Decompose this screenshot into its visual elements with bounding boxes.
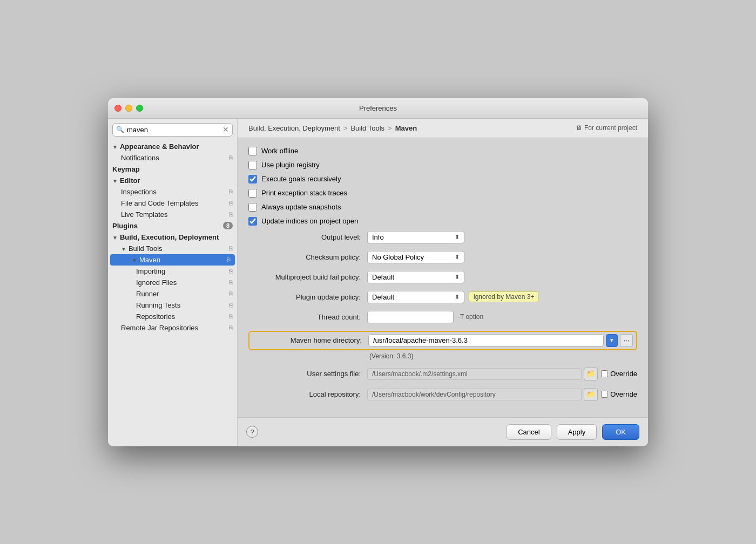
main-panel: Build, Execution, Deployment > Build Too… bbox=[238, 119, 648, 446]
update-indices-checkbox[interactable] bbox=[248, 217, 257, 226]
sidebar-item-notifications[interactable]: Notifications ⎘ bbox=[108, 152, 237, 164]
plugin-update-row: Plugin update policy: Default ⬍ ignored … bbox=[248, 291, 637, 303]
thread-count-input[interactable] bbox=[367, 311, 454, 323]
print-exception-checkbox[interactable] bbox=[248, 189, 257, 198]
search-box: 🔍 ✕ bbox=[112, 123, 233, 137]
doc-icon: ⎘ bbox=[229, 302, 233, 308]
checksum-policy-control: No Global Policy ⬍ bbox=[367, 251, 637, 263]
local-repo-override-label: Override bbox=[610, 390, 637, 398]
doc-icon: ⎘ bbox=[229, 313, 233, 319]
sidebar-item-appearance[interactable]: ▼Appearance & Behavior bbox=[108, 141, 237, 152]
settings-content: Work offline Use plugin registry Execute… bbox=[238, 138, 648, 417]
breadcrumb: Build, Execution, Deployment > Build Too… bbox=[248, 124, 417, 132]
execute-goals-checkbox[interactable] bbox=[248, 175, 257, 183]
maximize-button[interactable] bbox=[136, 105, 143, 112]
close-button[interactable] bbox=[114, 105, 122, 112]
breadcrumb-part2: Build Tools bbox=[350, 124, 384, 132]
main-content: 🔍 ✕ ▼Appearance & Behavior Notifications… bbox=[108, 119, 648, 446]
breadcrumb-part1: Build, Execution, Deployment bbox=[248, 124, 340, 132]
sidebar-item-build-tools[interactable]: ▼Build Tools ⎘ bbox=[108, 243, 237, 254]
folder-icon: 📁 bbox=[586, 370, 595, 378]
multiproject-build-control: Default ⬍ bbox=[367, 271, 637, 283]
multiproject-build-label: Multiproject build fail policy: bbox=[248, 273, 367, 281]
output-level-row: Output level: Info ⬍ bbox=[248, 231, 637, 243]
sidebar-item-running-tests[interactable]: Running Tests ⎘ bbox=[108, 300, 237, 311]
maven-home-input[interactable] bbox=[368, 334, 604, 346]
checksum-policy-select[interactable]: No Global Policy ⬍ bbox=[367, 251, 464, 263]
sidebar-item-build-exec-deploy[interactable]: ▼Build, Execution, Deployment bbox=[108, 232, 237, 243]
local-repo-input[interactable] bbox=[367, 389, 582, 400]
expand-icon: ▼ bbox=[112, 178, 118, 184]
output-level-label: Output level: bbox=[248, 233, 367, 241]
maven-home-input-wrap: ▾ ··· bbox=[368, 334, 633, 347]
help-button[interactable]: ? bbox=[246, 426, 258, 438]
sidebar-item-editor[interactable]: ▼Editor bbox=[108, 175, 237, 186]
search-input[interactable] bbox=[112, 123, 233, 137]
sidebar-item-live-templates[interactable]: Live Templates ⎘ bbox=[108, 209, 237, 220]
bottom-bar: ? Cancel Apply OK bbox=[238, 417, 648, 446]
thread-count-control: -T option bbox=[367, 311, 637, 323]
doc-icon: ⎘ bbox=[227, 256, 231, 263]
plugin-update-select[interactable]: Default ⬍ bbox=[367, 291, 464, 303]
traffic-lights bbox=[114, 105, 143, 112]
apply-button[interactable]: Apply bbox=[557, 424, 597, 440]
checkbox-execute-goals: Execute goals recursively bbox=[248, 175, 637, 183]
cancel-button[interactable]: Cancel bbox=[507, 424, 551, 440]
work-offline-checkbox[interactable] bbox=[248, 147, 257, 155]
doc-icon: ⎘ bbox=[229, 200, 233, 206]
sidebar-item-maven[interactable]: ▼Maven ⎘ bbox=[110, 254, 235, 266]
doc-icon: ⎘ bbox=[229, 188, 233, 195]
sidebar-item-remote-jar-repos[interactable]: Remote Jar Repositories ⎘ bbox=[108, 322, 237, 334]
local-repo-folder-btn[interactable]: 📁 bbox=[584, 388, 598, 401]
for-current-project: 🖥 For current project bbox=[576, 124, 637, 132]
checkbox-use-plugin-registry: Use plugin registry bbox=[248, 161, 637, 169]
checksum-policy-row: Checksum policy: No Global Policy ⬍ bbox=[248, 251, 637, 263]
always-update-label: Always update snapshots bbox=[261, 203, 341, 211]
breadcrumb-part3: Maven bbox=[395, 124, 417, 132]
sidebar-item-keymap[interactable]: Keymap bbox=[108, 164, 237, 175]
output-level-select[interactable]: Info ⬍ bbox=[367, 231, 464, 243]
search-icon: 🔍 bbox=[116, 126, 124, 133]
project-icon: 🖥 bbox=[576, 124, 582, 132]
sidebar-item-inspections[interactable]: Inspections ⎘ bbox=[108, 186, 237, 198]
maven-home-label: Maven home directory: bbox=[253, 336, 368, 344]
breadcrumb-sep1: > bbox=[343, 124, 348, 132]
sidebar-item-importing[interactable]: Importing ⎘ bbox=[108, 266, 237, 277]
minimize-button[interactable] bbox=[125, 105, 132, 112]
user-settings-override: Override bbox=[601, 370, 637, 378]
thread-count-hint: -T option bbox=[458, 313, 483, 321]
sidebar-item-ignored-files[interactable]: Ignored Files ⎘ bbox=[108, 277, 237, 288]
ok-button[interactable]: OK bbox=[602, 424, 639, 440]
chevron-down-icon: ▾ bbox=[610, 337, 613, 344]
chevron-up-down-icon: ⬍ bbox=[455, 274, 460, 281]
sidebar-item-runner[interactable]: Runner ⎘ bbox=[108, 288, 237, 300]
work-offline-label: Work offline bbox=[261, 147, 298, 155]
doc-icon: ⎘ bbox=[229, 245, 233, 251]
use-plugin-registry-checkbox[interactable] bbox=[248, 161, 257, 169]
user-settings-input[interactable] bbox=[367, 368, 582, 380]
sidebar: 🔍 ✕ ▼Appearance & Behavior Notifications… bbox=[108, 119, 238, 446]
plugin-update-control: Default ⬍ ignored by Maven 3+ bbox=[367, 291, 637, 303]
plugins-badge: 8 bbox=[223, 222, 233, 229]
execute-goals-label: Execute goals recursively bbox=[261, 175, 341, 183]
user-settings-row: User settings file: 📁 Override bbox=[248, 368, 637, 380]
user-settings-override-checkbox[interactable] bbox=[601, 370, 608, 377]
doc-icon: ⎘ bbox=[229, 154, 233, 161]
sidebar-item-plugins[interactable]: Plugins 8 bbox=[108, 220, 237, 232]
search-clear-icon[interactable]: ✕ bbox=[222, 125, 229, 134]
doc-icon: ⎘ bbox=[229, 211, 233, 217]
maven-home-dropdown-btn[interactable]: ▾ bbox=[606, 334, 618, 347]
multiproject-build-row: Multiproject build fail policy: Default … bbox=[248, 271, 637, 283]
doc-icon: ⎘ bbox=[229, 324, 233, 331]
sidebar-item-file-code-templates[interactable]: File and Code Templates ⎘ bbox=[108, 198, 237, 209]
multiproject-build-select[interactable]: Default ⬍ bbox=[367, 271, 464, 283]
maven-home-ellipsis-btn[interactable]: ··· bbox=[620, 334, 633, 347]
local-repo-override-checkbox[interactable] bbox=[601, 391, 608, 398]
user-settings-override-label: Override bbox=[610, 370, 637, 378]
expand-icon: ▼ bbox=[132, 257, 137, 263]
user-settings-folder-btn[interactable]: 📁 bbox=[584, 368, 598, 380]
sidebar-item-repositories[interactable]: Repositories ⎘ bbox=[108, 311, 237, 322]
thread-count-row: Thread count: -T option bbox=[248, 311, 637, 323]
output-level-control: Info ⬍ bbox=[367, 231, 637, 243]
always-update-checkbox[interactable] bbox=[248, 203, 257, 212]
